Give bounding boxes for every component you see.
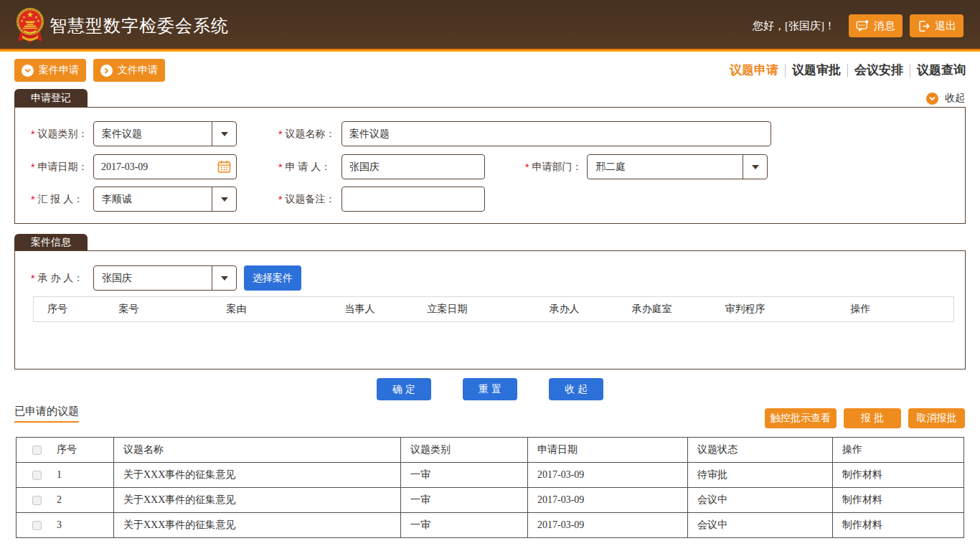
required-asterisk: * <box>31 273 34 284</box>
row-checkbox[interactable] <box>32 521 42 530</box>
case-col-filing-date: 立案日期 <box>414 297 536 322</box>
nav-item-topic-query[interactable]: 议题查询 <box>910 63 966 77</box>
dropdown-triangle-icon <box>221 197 228 205</box>
organizer-field: 张国庆 <box>93 265 237 291</box>
case-info-tab-row: 案件信息 <box>14 234 966 250</box>
reporter-select[interactable]: 李顺诚 <box>93 187 237 212</box>
select-case-button[interactable]: 选择案件 <box>244 265 301 291</box>
apply-date-label: *申请日期： <box>31 154 88 179</box>
applied-col-name: 议题名称 <box>114 438 401 463</box>
cell-date: 2017-03-09 <box>528 488 688 513</box>
cancel-approval-button[interactable]: 取消报批 <box>908 408 965 428</box>
applicant-input[interactable] <box>341 154 485 179</box>
collapse-section-link[interactable]: 收起 <box>926 92 965 105</box>
logout-button-label: 退出 <box>935 19 956 33</box>
case-table-wrap: 序号 案号 案由 当事人 立案日期 承办人 承办庭室 审判程序 操作 <box>33 296 954 322</box>
case-col-procedure: 审判程序 <box>712 297 837 322</box>
case-col-no: 序号 <box>34 297 105 322</box>
touch-review-button[interactable]: 触控批示查看 <box>765 408 837 428</box>
applied-row: 1 关于XXX事件的征集意见 一审 2017-03-09 待审批 制作材料 <box>17 463 964 488</box>
message-button[interactable]: 消息 <box>849 14 903 37</box>
case-col-department: 承办庭室 <box>618 297 712 322</box>
topic-type-select[interactable]: 案件议题 <box>93 121 237 146</box>
message-icon <box>856 19 870 32</box>
case-apply-button[interactable]: 案件申请 <box>14 59 86 82</box>
svg-text:★: ★ <box>20 19 24 23</box>
dropdown-arrow-icon[interactable] <box>212 122 236 146</box>
reset-button[interactable]: 重 置 <box>463 378 517 400</box>
apply-dept-label: *申请部门： <box>525 154 582 179</box>
case-info-tab: 案件信息 <box>14 234 88 250</box>
applied-row: 3 关于XXX事件的征集意见 一审 2017-03-09 会议中 制作材料 <box>17 513 964 538</box>
cell-action[interactable]: 制作材料 <box>833 463 964 488</box>
file-apply-button[interactable]: 文件申请 <box>93 59 165 82</box>
cell-name: 关于XXX事件的征集意见 <box>114 513 401 538</box>
required-asterisk: * <box>31 194 34 205</box>
case-apply-label: 案件申请 <box>39 64 79 77</box>
apply-dept-select[interactable]: 邢二庭 <box>587 154 768 179</box>
main-nav: 议题申请 议题审批 会议安排 议题查询 <box>730 63 966 77</box>
organizer-label: *承 办 人： <box>31 265 83 291</box>
nav-item-topic-apply[interactable]: 议题申请 <box>730 63 785 77</box>
form-row-1: *议题类别： 案件议题 *议题名称： <box>15 121 965 146</box>
collapse-label: 收起 <box>945 92 965 105</box>
cell-action[interactable]: 制作材料 <box>833 488 964 513</box>
logout-button[interactable]: 退出 <box>910 14 963 37</box>
collapse-button[interactable]: 收 起 <box>549 378 603 400</box>
cell-name: 关于XXX事件的征集意见 <box>114 488 401 513</box>
applied-col-date: 申请日期 <box>528 438 688 463</box>
topic-name-input[interactable] <box>341 121 771 146</box>
case-col-action: 操作 <box>837 297 954 322</box>
cell-type: 一审 <box>401 488 528 513</box>
case-table: 序号 案号 案由 当事人 立案日期 承办人 承办庭室 审判程序 操作 <box>33 296 954 322</box>
applied-table-wrap: 序号 议题名称 议题类别 申请日期 议题状态 操作 1 关于XXX事件的征集意见… <box>16 437 964 538</box>
register-section: 申请登记 收起 *议题类别： 案件议题 *议题名称： <box>0 89 980 224</box>
select-all-checkbox[interactable] <box>32 446 42 455</box>
row-checkbox[interactable] <box>32 471 42 480</box>
page: ★ ★ ★ ★ ★ 智慧型数字检委会系统 您好，[张国庆]！ <box>0 0 980 551</box>
applied-col-action: 操作 <box>833 438 964 463</box>
apply-dept-value: 邢二庭 <box>588 155 743 179</box>
required-asterisk: * <box>525 161 529 173</box>
reporter-label: *汇 报 人： <box>31 187 83 212</box>
applied-col-no: 序号 <box>17 438 114 463</box>
topic-name-field <box>341 121 771 146</box>
submit-approval-button[interactable]: 报 批 <box>844 408 901 428</box>
required-asterisk: * <box>31 128 34 140</box>
topic-name-label: *议题名称： <box>278 121 335 146</box>
form-row-3: *汇 报 人： 李顺诚 *议题备注： <box>15 187 965 212</box>
organizer-row: *承 办 人： 张国庆 选择案件 <box>15 265 965 291</box>
dropdown-arrow-icon[interactable] <box>212 187 236 211</box>
file-apply-label: 文件申请 <box>118 64 158 77</box>
cell-action[interactable]: 制作材料 <box>833 513 964 538</box>
dropdown-arrow-icon[interactable] <box>212 266 236 290</box>
cell-no: 3 <box>17 513 114 538</box>
svg-text:★: ★ <box>27 10 34 19</box>
case-col-party: 当事人 <box>331 297 414 322</box>
form-row-2: *申请日期： *申 请 人： *申请部门： <box>15 154 965 179</box>
topic-type-label: *议题类别： <box>31 121 88 146</box>
header-right: 您好，[张国庆]！ 消息 退出 <box>753 14 980 37</box>
cell-status: 会议中 <box>688 488 833 513</box>
row-checkbox[interactable] <box>32 496 42 505</box>
cell-status: 会议中 <box>688 513 833 538</box>
organizer-select[interactable]: 张国庆 <box>93 265 237 291</box>
applicant-field <box>341 154 485 179</box>
app-title: 智慧型数字检委会系统 <box>50 14 229 37</box>
app-header: ★ ★ ★ ★ ★ 智慧型数字检委会系统 您好，[张国庆]！ <box>0 0 980 49</box>
nav-item-meeting-schedule[interactable]: 会议安排 <box>848 63 910 77</box>
apply-date-input[interactable] <box>93 154 237 179</box>
dropdown-arrow-icon[interactable] <box>743 155 767 179</box>
topic-type-field: 案件议题 <box>93 121 237 146</box>
confirm-button[interactable]: 确 定 <box>377 378 431 400</box>
applied-table: 序号 议题名称 议题类别 申请日期 议题状态 操作 1 关于XXX事件的征集意见… <box>16 437 964 538</box>
applied-head: 已申请的议题 触控批示查看 报 批 取消报批 <box>14 405 966 433</box>
topic-type-value: 案件议题 <box>94 122 212 146</box>
user-greeting: 您好，[张国庆]！ <box>753 19 835 33</box>
topic-note-input[interactable] <box>341 187 485 212</box>
case-col-organizer: 承办人 <box>536 297 618 322</box>
case-info-panel: *承 办 人： 张国庆 选择案件 序号 案号 <box>14 250 966 369</box>
dropdown-triangle-icon <box>752 165 759 173</box>
nav-item-topic-approve[interactable]: 议题审批 <box>786 63 847 77</box>
calendar-icon[interactable] <box>217 159 232 174</box>
